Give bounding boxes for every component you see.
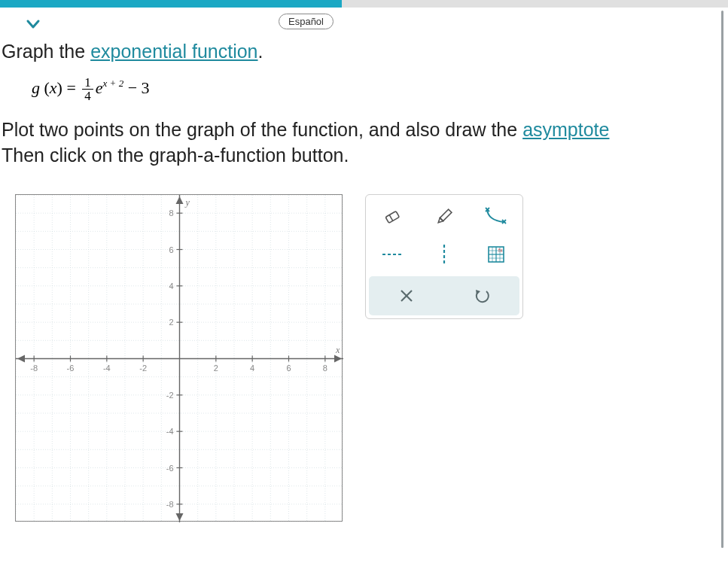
svg-text:-2: -2 xyxy=(166,390,174,399)
close-icon xyxy=(398,287,416,305)
svg-marker-81 xyxy=(437,218,443,224)
svg-marker-40 xyxy=(334,355,342,362)
graph-canvas[interactable]: -8-6-4-22468-8-6-4-22468xy xyxy=(15,194,343,522)
language-label: Español xyxy=(288,16,324,27)
svg-line-79 xyxy=(389,215,393,221)
progress-fill xyxy=(0,0,342,8)
svg-text:6: 6 xyxy=(286,363,291,372)
svg-marker-98 xyxy=(476,290,480,295)
eraser-icon xyxy=(381,205,404,228)
exponential-function-link[interactable]: exponential function xyxy=(90,41,257,62)
pencil-icon xyxy=(433,205,455,228)
grid-icon: fx xyxy=(485,243,507,266)
page-title: Graph the exponential function. xyxy=(0,38,728,68)
graph-grid: -8-6-4-22468-8-6-4-22468xy xyxy=(16,195,343,522)
svg-text:-8: -8 xyxy=(30,363,38,372)
svg-text:2: 2 xyxy=(214,363,218,372)
vline-icon xyxy=(437,242,452,267)
title-prefix: Graph the xyxy=(2,41,90,62)
horizontal-asymptote-tool[interactable] xyxy=(376,239,408,270)
svg-text:2: 2 xyxy=(169,318,173,327)
equation-display: g (x) = 14ex + 2 − 3 xyxy=(0,68,728,113)
asymptote-link[interactable]: asymptote xyxy=(522,119,609,140)
undo-button[interactable] xyxy=(466,280,498,312)
curve-icon xyxy=(483,204,509,230)
pencil-tool[interactable] xyxy=(428,201,460,233)
svg-rect-78 xyxy=(385,211,399,223)
scrollbar[interactable] xyxy=(721,11,723,548)
instruction-line2: Then click on the graph-a-function butto… xyxy=(2,145,349,166)
hline-icon xyxy=(379,247,405,262)
svg-text:6: 6 xyxy=(169,245,173,254)
chevron-down-icon xyxy=(25,16,41,32)
vertical-asymptote-tool[interactable] xyxy=(428,239,460,270)
svg-text:fx: fx xyxy=(498,248,503,253)
svg-text:4: 4 xyxy=(169,281,173,290)
svg-text:-8: -8 xyxy=(166,499,174,508)
title-suffix: . xyxy=(258,41,263,62)
tool-panel: fx xyxy=(365,194,523,319)
expand-button[interactable] xyxy=(21,14,45,35)
svg-text:x: x xyxy=(335,344,340,355)
svg-text:4: 4 xyxy=(250,363,254,372)
svg-text:8: 8 xyxy=(169,208,173,218)
undo-icon xyxy=(472,286,492,306)
svg-text:-6: -6 xyxy=(67,363,75,372)
instructions-text: Plot two points on the graph of the func… xyxy=(0,113,728,172)
graph-function-tool[interactable]: fx xyxy=(480,239,512,270)
svg-marker-42 xyxy=(176,196,184,204)
svg-text:-4: -4 xyxy=(103,363,111,372)
svg-text:-2: -2 xyxy=(139,363,147,372)
svg-marker-41 xyxy=(17,355,25,362)
svg-text:8: 8 xyxy=(323,363,327,372)
language-button[interactable]: Español xyxy=(279,14,334,29)
eraser-tool[interactable] xyxy=(376,201,408,233)
instruction-line1a: Plot two points on the graph of the func… xyxy=(2,119,522,140)
curve-tool[interactable] xyxy=(480,201,512,233)
clear-button[interactable] xyxy=(391,280,422,312)
svg-text:y: y xyxy=(185,197,190,208)
svg-text:-6: -6 xyxy=(166,463,174,472)
svg-text:-4: -4 xyxy=(166,427,174,436)
progress-bar xyxy=(0,0,728,8)
svg-marker-43 xyxy=(176,513,184,521)
